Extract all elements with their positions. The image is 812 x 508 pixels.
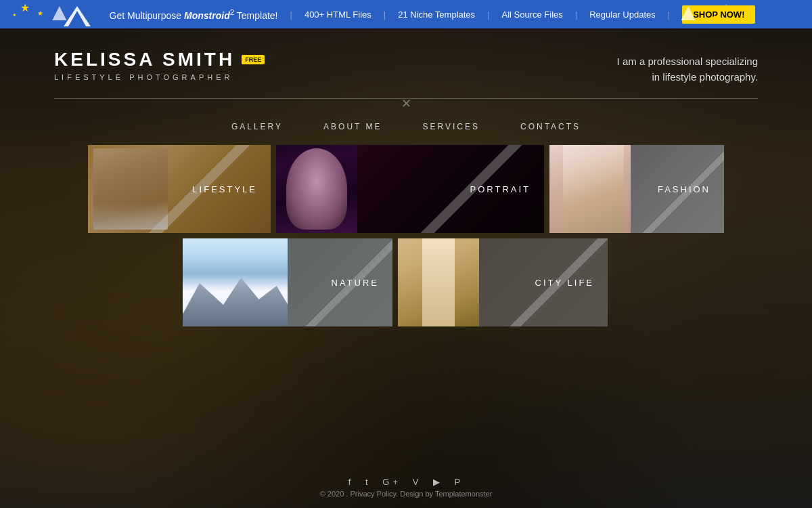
gallery-item-city[interactable]: CITY LIFE xyxy=(479,238,608,326)
gallery-label-area: CITY LIFE xyxy=(479,238,608,326)
gallery-item-fashion[interactable]: FASHION xyxy=(631,145,724,233)
gallery-row-1: LIFESTYLE PORTRAIT xyxy=(88,145,724,233)
separator: | xyxy=(575,9,577,20)
shop-now-button[interactable]: SHOP NOW! xyxy=(682,5,755,24)
star-decoration: ★ xyxy=(20,1,30,14)
gallery-label-area: LIFESTYLE xyxy=(88,145,271,233)
top-banner: ★ ★ ✦ ★ ✦ ★ ▲ ▲ Get Multipurpose Monstro… xyxy=(0,0,812,28)
main-content: KELISSA SMITH FREE LIFESTYLE PHOTOGRAPHE… xyxy=(0,28,812,508)
nav-contacts[interactable]: CONTACTS xyxy=(520,122,581,131)
googleplus-icon[interactable]: G+ xyxy=(382,477,401,487)
portrait-bg xyxy=(276,145,357,233)
nature-figure xyxy=(183,238,288,326)
portrait-photo[interactable] xyxy=(276,145,357,233)
separator: | xyxy=(668,9,670,20)
html-files-link[interactable]: 400+ HTML Files xyxy=(304,9,371,20)
gallery-item-portrait[interactable]: PORTRAIT xyxy=(357,145,544,233)
main-navigation: GALLERY ABOUT ME SERVICES CONTACTS xyxy=(0,110,812,145)
nav-gallery[interactable]: GALLERY xyxy=(231,122,283,131)
fashion-figure xyxy=(549,145,631,233)
separator: | xyxy=(290,9,292,20)
vimeo-icon[interactable]: V xyxy=(413,477,422,487)
city-photo[interactable] xyxy=(398,238,479,326)
footer-copyright: © 2020 . Privacy Policy. Design by Templ… xyxy=(10,490,802,498)
divider-icon: ✕ xyxy=(0,98,812,110)
free-badge: FREE xyxy=(242,55,265,64)
nav-services[interactable]: SERVICES xyxy=(423,122,480,131)
gallery-item-lifestyle[interactable]: LIFESTYLE xyxy=(88,145,271,233)
fashion-label: FASHION xyxy=(658,184,710,194)
star-decoration: ★ xyxy=(37,9,43,17)
niche-templates-link[interactable]: 21 Niche Templates xyxy=(398,9,475,20)
nature-bg xyxy=(183,238,288,326)
city-label: CITY LIFE xyxy=(535,278,594,288)
portrait-figure xyxy=(276,145,357,233)
nature-label: NATURE xyxy=(332,278,379,288)
facebook-icon[interactable]: f xyxy=(348,477,355,487)
gallery-label-area: FASHION xyxy=(631,145,724,233)
city-bg xyxy=(398,238,479,326)
city-figure xyxy=(398,238,479,326)
separator: | xyxy=(384,9,386,20)
youtube-icon[interactable]: ▶ xyxy=(433,477,443,487)
logo-icon xyxy=(57,0,97,28)
nature-photo[interactable] xyxy=(183,238,288,326)
pinterest-icon[interactable]: P xyxy=(455,477,464,487)
star-decoration: ✦ xyxy=(12,12,17,18)
source-files-link[interactable]: All Source Files xyxy=(501,9,562,20)
gallery-item-nature[interactable]: NATURE xyxy=(288,238,392,326)
gallery-label-area: PORTRAIT xyxy=(357,145,544,233)
site-tagline: LIFESTYLE PHOTOGRAPHER xyxy=(54,73,265,81)
fashion-bg xyxy=(549,145,631,233)
separator: | xyxy=(487,9,489,20)
regular-updates-link[interactable]: Regular Updates xyxy=(589,9,656,20)
fashion-photo[interactable] xyxy=(549,145,631,233)
gallery-section: LIFESTYLE PORTRAIT xyxy=(0,145,812,326)
nature-group: NATURE xyxy=(183,238,392,326)
site-header: KELISSA SMITH FREE LIFESTYLE PHOTOGRAPHE… xyxy=(0,28,812,85)
fashion-group: FASHION xyxy=(549,145,724,233)
banner-text: Get Multipurpose Monstroid2 Template! xyxy=(110,7,278,21)
site-name: KELISSA SMITH FREE xyxy=(54,49,265,70)
twitter-icon[interactable]: t xyxy=(365,477,371,487)
portrait-group: PORTRAIT xyxy=(276,145,544,233)
gallery-label-area: NATURE xyxy=(288,238,392,326)
site-title-block: KELISSA SMITH FREE LIFESTYLE PHOTOGRAPHE… xyxy=(54,49,265,81)
site-description: I am a professional specializing in life… xyxy=(617,54,758,85)
lifestyle-label: LIFESTYLE xyxy=(192,184,257,194)
city-group: CITY LIFE xyxy=(398,238,608,326)
gallery-row-2: NATURE CITY LIFE xyxy=(183,238,724,326)
portrait-label: PORTRAIT xyxy=(470,184,531,194)
nav-about[interactable]: ABOUT ME xyxy=(323,122,382,131)
site-footer: f t G+ V ▶ P © 2020 . Privacy Policy. De… xyxy=(0,467,812,508)
social-icons: f t G+ V ▶ P xyxy=(10,477,802,487)
